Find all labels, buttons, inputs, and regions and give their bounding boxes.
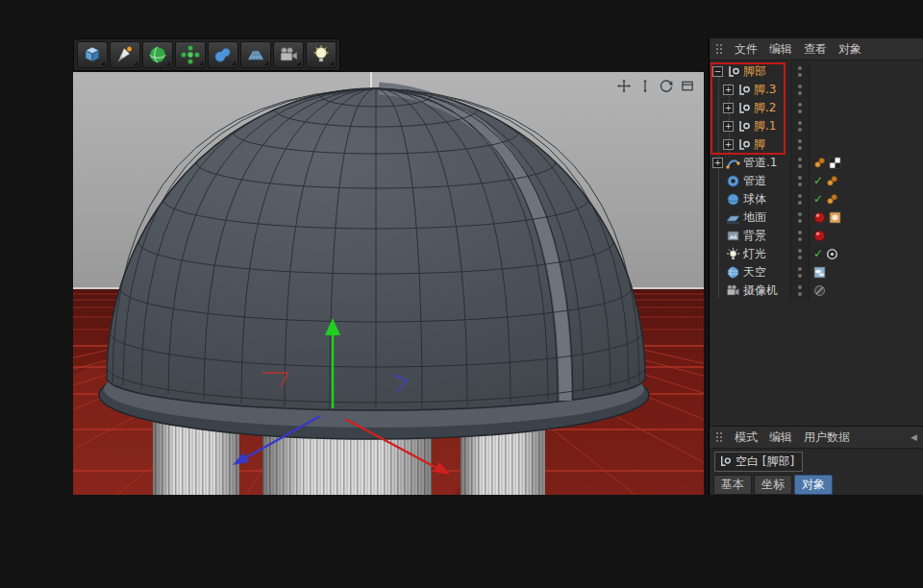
tab-basic[interactable]: 基本 [713, 475, 752, 495]
zoom-icon[interactable] [637, 79, 654, 93]
phong-tag[interactable] [826, 193, 838, 206]
subdivision-surface-button[interactable] [142, 41, 173, 68]
panel-grip-handle[interactable] [715, 43, 723, 56]
background-object-icon [726, 229, 740, 243]
visibility-dots[interactable] [790, 99, 810, 117]
render-enabled-check[interactable]: ✓ [813, 193, 823, 206]
phong-tag[interactable] [826, 175, 838, 187]
menu-view[interactable]: 查看 [804, 41, 827, 58]
null-object-icon [726, 64, 740, 79]
object-label: 脚 [754, 136, 765, 153]
object-row-guandao[interactable]: 管道 ✓ [710, 172, 923, 190]
object-row-dimian[interactable]: 地面 [710, 208, 923, 227]
object-row-tiankong[interactable]: 天空 [710, 263, 923, 282]
visibility-dots[interactable] [790, 282, 810, 300]
expand-toggle[interactable]: + [712, 158, 723, 168]
metaball-button[interactable] [208, 41, 238, 68]
visibility-dots[interactable] [790, 190, 810, 208]
object-row-jiao3[interactable]: + 脚.3 [710, 81, 923, 99]
spline-pen-button[interactable] [110, 41, 140, 68]
tube-object-icon [726, 174, 740, 188]
maximize-icon[interactable] [680, 79, 696, 93]
object-manager-empty-area [710, 302, 923, 426]
camera-icon [278, 44, 299, 65]
null-object-icon [736, 119, 751, 134]
tab-coordinates[interactable]: 坐标 [754, 475, 792, 495]
visibility-dots[interactable] [790, 208, 810, 227]
phong-tag[interactable] [813, 157, 826, 169]
visibility-dots[interactable] [790, 135, 810, 154]
object-row-shexiangji[interactable]: 摄像机 [710, 282, 923, 300]
expand-toggle[interactable]: + [723, 121, 734, 132]
red-material-swatch[interactable] [813, 230, 826, 242]
array-generator-button[interactable] [175, 41, 206, 68]
light-object-button[interactable] [306, 41, 337, 68]
cube-icon [82, 44, 103, 65]
checker-material-swatch[interactable] [829, 157, 841, 169]
target-tag[interactable] [826, 248, 838, 260]
protection-tag[interactable] [813, 284, 826, 297]
sky-object-icon [726, 265, 740, 280]
object-tree: − 脚部 + 脚.3 [710, 61, 923, 302]
menu-file[interactable]: 文件 [735, 41, 758, 58]
object-row-jiao[interactable]: + 脚 [710, 135, 923, 154]
add-cube-button[interactable] [77, 41, 108, 68]
pan-icon[interactable] [616, 79, 633, 93]
visibility-dots[interactable] [790, 81, 810, 99]
light-icon [311, 44, 332, 65]
checker-material-swatch[interactable] [829, 211, 841, 224]
render-enabled-check[interactable]: ✓ [813, 248, 823, 260]
object-row-beijing[interactable]: 背景 [710, 227, 923, 245]
array-icon [180, 44, 201, 65]
viewport-nav [616, 79, 696, 93]
visibility-dots[interactable] [790, 62, 810, 81]
bridge-tool-button[interactable] [240, 41, 271, 68]
attribute-object-row: 空白 [脚部] [710, 449, 923, 474]
visibility-dots[interactable] [790, 117, 810, 135]
null-object-icon [736, 137, 751, 152]
visibility-dots[interactable] [790, 263, 810, 282]
object-label: 灯光 [743, 246, 766, 262]
object-row-jiao2[interactable]: + 脚.2 [710, 99, 923, 117]
expand-toggle[interactable]: + [723, 139, 734, 150]
object-row-dengguang[interactable]: 灯光 ✓ [710, 245, 923, 263]
tab-object[interactable]: 对象 [794, 475, 833, 495]
expand-toggle[interactable]: − [712, 66, 723, 77]
object-row-qiuti[interactable]: 球体 ✓ [710, 190, 923, 208]
spline-pen-icon [114, 44, 136, 65]
metaball-icon [212, 44, 234, 65]
object-label: 脚.2 [754, 100, 776, 116]
render-enabled-check[interactable]: ✓ [813, 175, 823, 187]
application-window: 文件 编辑 查看 对象 − 脚部 + [0, 0, 923, 588]
rotate-icon[interactable] [659, 79, 675, 93]
menu-objects[interactable]: 对象 [838, 41, 861, 58]
panel-grip-handle[interactable] [715, 431, 723, 444]
collapse-arrow-icon[interactable]: ◀ [911, 432, 917, 442]
red-material-swatch[interactable] [813, 211, 826, 224]
visibility-dots[interactable] [790, 172, 810, 190]
menu-edit[interactable]: 编辑 [769, 429, 792, 446]
subdivision-surface-icon [147, 44, 168, 65]
visibility-dots[interactable] [790, 227, 810, 245]
null-object-icon [736, 83, 751, 97]
visibility-dots[interactable] [790, 154, 810, 172]
menu-mode[interactable]: 模式 [735, 429, 758, 446]
menu-user-data[interactable]: 用户数据 [804, 429, 850, 446]
sky-material-swatch[interactable] [813, 266, 826, 279]
camera-object-button[interactable] [273, 41, 304, 68]
sweep-object-icon [726, 156, 740, 170]
null-object-icon [718, 454, 732, 468]
visibility-dots[interactable] [790, 245, 810, 263]
expand-toggle[interactable]: + [723, 85, 734, 95]
expand-toggle[interactable]: + [723, 103, 734, 113]
viewport[interactable] [73, 72, 704, 495]
floor-object-icon [726, 210, 740, 225]
menu-edit[interactable]: 编辑 [769, 41, 792, 58]
object-label: 摄像机 [743, 282, 778, 299]
object-row-jiao1[interactable]: + 脚.1 [710, 117, 923, 135]
object-row-guandao1[interactable]: + 管道.1 [710, 154, 923, 172]
object-label: 球体 [743, 191, 766, 208]
object-label: 管道 [743, 173, 766, 189]
object-label: 地面 [743, 209, 766, 226]
object-row-jiaobu[interactable]: − 脚部 [710, 62, 923, 81]
